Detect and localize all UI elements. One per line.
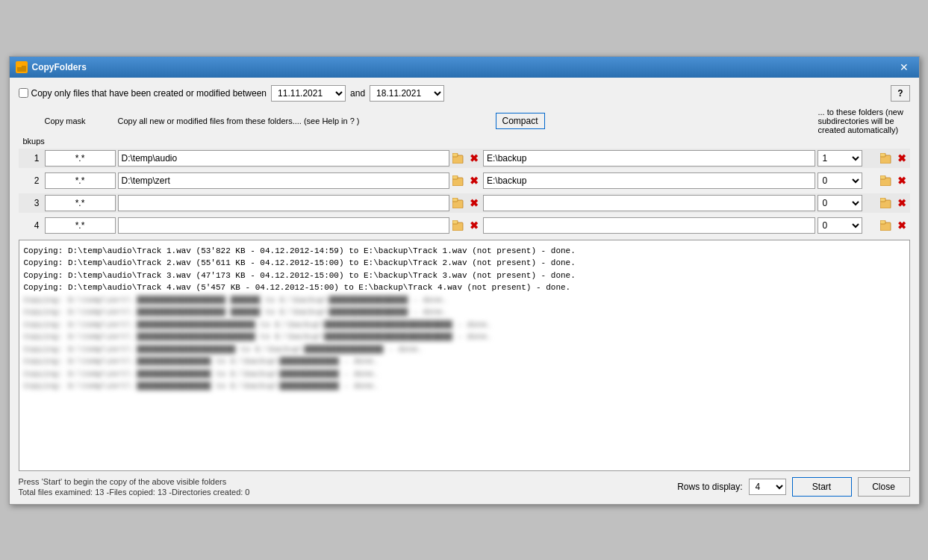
stats-text: Total files examined: 13 -Files copied: … bbox=[19, 488, 250, 497]
table-row: 3 ✖ 0 1 bbox=[19, 193, 910, 213]
status-area: Press 'Start' to begin the copy of the a… bbox=[19, 477, 250, 497]
start-button[interactable]: Start bbox=[792, 477, 852, 497]
to-path-4[interactable] bbox=[483, 217, 815, 234]
header-copy-to: ... to these folders (new subdirectories… bbox=[818, 108, 909, 134]
main-window: CopyFolders ✕ Copy only files that have … bbox=[9, 56, 920, 505]
close-button[interactable]: Close bbox=[858, 477, 910, 497]
bkups-select-1[interactable]: 0 1 2 3 4 5 bbox=[818, 150, 862, 167]
svg-rect-1 bbox=[17, 64, 22, 67]
date-filter-label: Copy only files that have been created o… bbox=[31, 88, 267, 99]
and-label: and bbox=[350, 88, 365, 99]
date-to-select[interactable]: 18.11.2021 bbox=[370, 85, 444, 102]
browse-to-button-4[interactable] bbox=[879, 219, 893, 232]
clear-to-button-1[interactable]: ✖ bbox=[895, 152, 909, 165]
svg-rect-5 bbox=[880, 153, 885, 157]
svg-rect-13 bbox=[880, 198, 885, 202]
bkups-select-2[interactable]: 0 1 2 3 bbox=[818, 172, 862, 189]
svg-rect-9 bbox=[880, 175, 885, 179]
table-row: 4 ✖ 0 1 bbox=[19, 216, 910, 235]
row-num-2: 2 bbox=[20, 175, 43, 186]
browse-from-button-4[interactable] bbox=[452, 219, 465, 232]
titlebar: CopyFolders ✕ bbox=[10, 57, 919, 78]
clear-to-button-2[interactable]: ✖ bbox=[895, 174, 909, 187]
log-line: Copying: D:\temp\audio\Track 1.wav (53'8… bbox=[24, 245, 905, 258]
clear-from-button-3[interactable]: ✖ bbox=[467, 196, 481, 210]
folder-table: 1 ✖ 0 1 2 3 4 5 bbox=[19, 149, 910, 235]
svg-rect-11 bbox=[452, 198, 458, 202]
log-line: Copying: D:\temp\zert\ ███████████████ t… bbox=[24, 368, 905, 381]
header-compact-cell: Compact bbox=[496, 113, 816, 129]
svg-rect-7 bbox=[452, 175, 458, 179]
app-icon bbox=[16, 61, 28, 73]
svg-rect-3 bbox=[452, 153, 458, 157]
date-from-select[interactable]: 11.11.2021 bbox=[271, 85, 346, 102]
close-window-button[interactable]: ✕ bbox=[895, 60, 913, 75]
table-row: 1 ✖ 0 1 2 3 4 5 bbox=[19, 149, 910, 168]
browse-from-button-2[interactable] bbox=[452, 174, 465, 187]
browse-from-button-3[interactable] bbox=[452, 196, 465, 210]
header-copy-mask: Copy mask bbox=[45, 116, 116, 125]
log-line: Copying: D:\temp\audio\Track 3.wav (47'1… bbox=[24, 270, 905, 282]
date-filter-checkbox-label[interactable]: Copy only files that have been created o… bbox=[19, 88, 267, 99]
rows-display-select[interactable]: 1 2 3 4 5 6 7 8 bbox=[749, 479, 786, 495]
mask-input-4[interactable] bbox=[45, 217, 116, 234]
mask-input-3[interactable] bbox=[45, 195, 116, 211]
window-title: CopyFolders bbox=[32, 62, 87, 72]
header-copy-from: Copy all new or modified files from thes… bbox=[118, 116, 493, 125]
bkups-select-3[interactable]: 0 1 bbox=[818, 195, 862, 211]
bottom-controls: Rows to display: 1 2 3 4 5 6 7 8 Start C… bbox=[677, 477, 909, 497]
log-line: Copying: D:\temp\zert\ █████████████████… bbox=[24, 343, 905, 356]
to-path-2[interactable] bbox=[483, 172, 815, 189]
help-button[interactable]: ? bbox=[891, 85, 909, 102]
table-row: 2 ✖ 0 1 2 3 bbox=[19, 171, 910, 190]
from-path-3[interactable] bbox=[118, 195, 450, 211]
from-path-4[interactable] bbox=[118, 217, 450, 234]
press-start-text: Press 'Start' to begin the copy of the a… bbox=[19, 477, 250, 486]
row-num-3: 3 bbox=[20, 198, 43, 208]
clear-to-button-3[interactable]: ✖ bbox=[895, 196, 909, 210]
log-line: Copying: D:\temp\audio\Track 2.wav (55'6… bbox=[24, 257, 905, 270]
to-path-1[interactable] bbox=[483, 150, 815, 167]
date-filter-checkbox[interactable] bbox=[19, 88, 28, 98]
log-line: Copying: D:\temp\zert\ █████████████████… bbox=[24, 306, 905, 319]
browse-to-button-3[interactable] bbox=[879, 196, 893, 210]
row-num-4: 4 bbox=[20, 220, 43, 231]
clear-from-button-4[interactable]: ✖ bbox=[467, 219, 481, 232]
browse-to-button-1[interactable] bbox=[879, 152, 893, 165]
titlebar-left: CopyFolders bbox=[16, 61, 87, 73]
log-line: Copying: D:\temp\zert\ █████████████████… bbox=[24, 319, 905, 332]
date-filter-row: Copy only files that have been created o… bbox=[19, 85, 910, 102]
log-line: Copying: D:\temp\audio\Track 4.wav (5'45… bbox=[24, 281, 905, 294]
bottom-bar: Press 'Start' to begin the copy of the a… bbox=[19, 477, 910, 497]
to-path-3[interactable] bbox=[483, 195, 815, 211]
clear-from-button-2[interactable]: ✖ bbox=[467, 174, 481, 187]
compact-button[interactable]: Compact bbox=[496, 113, 545, 129]
log-line: Copying: D:\temp\zert\ ███████████████ t… bbox=[24, 380, 905, 393]
svg-rect-15 bbox=[452, 220, 458, 224]
log-output[interactable]: Copying: D:\temp\audio\Track 1.wav (53'8… bbox=[19, 240, 910, 471]
mask-input-1[interactable] bbox=[45, 150, 116, 167]
log-line: Copying: D:\temp\zert\ █████████████████… bbox=[24, 294, 905, 307]
browse-to-button-2[interactable] bbox=[879, 174, 893, 187]
browse-from-button-1[interactable] bbox=[452, 152, 465, 165]
bkups-select-4[interactable]: 0 1 bbox=[818, 217, 862, 234]
clear-from-button-1[interactable]: ✖ bbox=[467, 152, 481, 165]
mask-input-2[interactable] bbox=[45, 172, 116, 189]
svg-rect-17 bbox=[880, 220, 885, 224]
from-path-2[interactable] bbox=[118, 172, 450, 189]
log-line: Copying: D:\temp\zert\ █████████████████… bbox=[24, 331, 905, 343]
from-path-1[interactable] bbox=[118, 150, 450, 167]
clear-to-button-4[interactable]: ✖ bbox=[895, 219, 909, 232]
header-bkups: bkups bbox=[20, 137, 43, 146]
row-num-1: 1 bbox=[20, 153, 43, 164]
log-line: Copying: D:\temp\zert\ ███████████████ t… bbox=[24, 355, 905, 368]
rows-display-label: Rows to display: bbox=[677, 482, 742, 492]
